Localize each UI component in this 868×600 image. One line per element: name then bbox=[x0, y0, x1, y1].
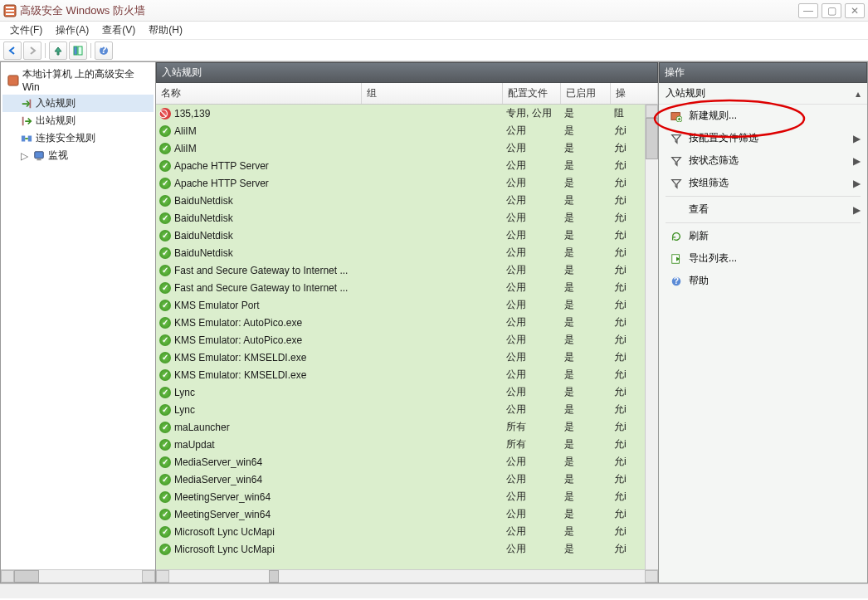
table-row[interactable]: ✓BaiduNetdisk公用是允i bbox=[156, 227, 658, 244]
menu-view[interactable]: 查看(V) bbox=[95, 22, 142, 39]
table-row[interactable]: ✓maUpdat所有是允i bbox=[156, 436, 658, 453]
statusbar bbox=[0, 583, 868, 598]
table-row[interactable]: ✓KMS Emulator Port公用是允i bbox=[156, 296, 658, 314]
table-row[interactable]: ✓KMS Emulator: KMSELDI.exe公用是允i bbox=[156, 366, 658, 383]
grid-hscroll[interactable] bbox=[156, 569, 658, 583]
maximize-button[interactable]: ▢ bbox=[822, 3, 841, 18]
tree-item-label: 出站规则 bbox=[36, 114, 76, 128]
action-filter-state[interactable]: 按状态筛选 ▶ bbox=[659, 149, 867, 172]
action-new-rule[interactable]: 新建规则... bbox=[659, 105, 867, 127]
svg-rect-11 bbox=[22, 135, 25, 141]
action-filter-profile[interactable]: 按配置文件筛选 ▶ bbox=[659, 127, 867, 149]
expander-icon[interactable]: ▷ bbox=[21, 150, 28, 162]
allow-icon: ✓ bbox=[159, 230, 171, 241]
rule-enabled: 是 bbox=[564, 263, 614, 277]
table-row[interactable]: ✓Lync公用是允i bbox=[156, 383, 658, 401]
table-row[interactable]: ✓Microsoft Lync UcMapi公用是允i bbox=[156, 540, 658, 558]
grid-body: ⃠135,139专用, 公用是阻✓AliIM公用是允i✓AliIM公用是允i✓A… bbox=[156, 105, 658, 569]
rule-enabled: 是 bbox=[564, 193, 614, 207]
rule-profile: 公用 bbox=[506, 280, 564, 295]
rule-enabled: 是 bbox=[564, 298, 614, 312]
action-help[interactable]: ? 帮助 bbox=[659, 270, 867, 292]
firewall-icon bbox=[3, 4, 17, 17]
forward-button[interactable] bbox=[23, 41, 41, 60]
rule-enabled: 是 bbox=[564, 402, 614, 417]
col-group[interactable]: 组 bbox=[362, 83, 503, 104]
rule-profile: 公用 bbox=[506, 368, 564, 382]
show-hide-button[interactable] bbox=[69, 41, 87, 60]
action-refresh[interactable]: 刷新 bbox=[659, 225, 867, 247]
menu-action[interactable]: 操作(A) bbox=[49, 22, 95, 39]
rule-profile: 公用 bbox=[506, 159, 564, 173]
table-row[interactable]: ✓KMS Emulator: AutoPico.exe公用是允i bbox=[156, 314, 658, 331]
col-profile[interactable]: 配置文件 bbox=[503, 83, 561, 104]
col-action[interactable]: 操 bbox=[611, 83, 658, 104]
table-row[interactable]: ✓MediaServer_win64公用是允i bbox=[156, 471, 658, 488]
tree-root[interactable]: 本地计算机 上的高级安全 Win bbox=[2, 66, 154, 95]
table-row[interactable]: ✓maLauncher所有是允i bbox=[156, 418, 658, 436]
allow-icon: ✓ bbox=[159, 300, 171, 311]
collapse-icon[interactable]: ▴ bbox=[856, 88, 861, 100]
menu-file[interactable]: 文件(F) bbox=[3, 22, 49, 39]
action-export[interactable]: 导出列表... bbox=[659, 247, 867, 270]
rule-profile: 公用 bbox=[506, 455, 564, 469]
table-row[interactable]: ✓AliIM公用是允i bbox=[156, 139, 658, 157]
table-row[interactable]: ✓Apache HTTP Server公用是允i bbox=[156, 157, 658, 174]
tree-item-monitor[interactable]: ▷ 监视 bbox=[2, 147, 154, 164]
table-row[interactable]: ✓BaiduNetdisk公用是允i bbox=[156, 244, 658, 261]
rule-name: MeetingServer_win64 bbox=[174, 491, 271, 503]
svg-rect-12 bbox=[28, 135, 32, 141]
table-row[interactable]: ✓MeetingServer_win64公用是允i bbox=[156, 505, 658, 523]
table-row[interactable]: ✓MediaServer_win64公用是允i bbox=[156, 453, 658, 471]
tree-hscroll[interactable] bbox=[1, 569, 155, 583]
col-enabled[interactable]: 已启用 bbox=[561, 83, 611, 104]
action-label: 查看 bbox=[689, 202, 709, 217]
minimize-button[interactable]: — bbox=[798, 3, 818, 18]
svg-rect-3 bbox=[6, 13, 14, 15]
action-label: 按组筛选 bbox=[689, 176, 729, 190]
table-row[interactable]: ✓Fast and Secure Gateway to Internet ...… bbox=[156, 261, 658, 279]
back-button[interactable] bbox=[3, 41, 22, 60]
action-view[interactable]: 查看 ▶ bbox=[659, 198, 867, 221]
filter-icon bbox=[671, 155, 682, 167]
rule-name: KMS Emulator: KMSELDI.exe bbox=[174, 352, 306, 363]
table-row[interactable]: ✓BaiduNetdisk公用是允i bbox=[156, 209, 658, 227]
rule-enabled: 是 bbox=[564, 211, 614, 225]
tree-item-inbound[interactable]: 入站规则 bbox=[2, 95, 154, 112]
up-button[interactable] bbox=[49, 41, 67, 60]
connsec-icon bbox=[21, 133, 32, 144]
col-name[interactable]: 名称 bbox=[156, 83, 362, 104]
rule-name: BaiduNetdisk bbox=[174, 212, 233, 224]
menu-help[interactable]: 帮助(H) bbox=[142, 22, 189, 39]
action-filter-group[interactable]: 按组筛选 ▶ bbox=[659, 172, 867, 194]
rule-name: AliIM bbox=[174, 125, 197, 137]
table-row[interactable]: ✓MeetingServer_win64公用是允i bbox=[156, 488, 658, 505]
allow-icon: ✓ bbox=[159, 334, 171, 346]
rule-name: BaiduNetdisk bbox=[174, 195, 233, 207]
tree-item-outbound[interactable]: 出站规则 bbox=[2, 112, 154, 129]
table-row[interactable]: ✓Lync公用是允i bbox=[156, 401, 658, 418]
table-row[interactable]: ✓AliIM公用是允i bbox=[156, 122, 658, 139]
grid-vscroll[interactable] bbox=[645, 105, 658, 569]
rule-profile: 公用 bbox=[506, 176, 564, 190]
tree-item-connsec[interactable]: 连接安全规则 bbox=[2, 129, 154, 147]
actions-title: 操作 bbox=[659, 62, 867, 83]
help-button[interactable]: ? bbox=[95, 41, 113, 60]
svg-rect-14 bbox=[37, 159, 41, 160]
rule-profile: 公用 bbox=[506, 315, 564, 329]
table-row[interactable]: ✓KMS Emulator: KMSELDI.exe公用是允i bbox=[156, 349, 658, 366]
table-row[interactable]: ✓KMS Emulator: AutoPico.exe公用是允i bbox=[156, 331, 658, 349]
rule-profile: 专用, 公用 bbox=[506, 106, 564, 120]
allow-icon: ✓ bbox=[159, 439, 171, 451]
rule-name: KMS Emulator Port bbox=[174, 300, 260, 311]
table-row[interactable]: ✓BaiduNetdisk公用是允i bbox=[156, 192, 658, 209]
table-row[interactable]: ✓Apache HTTP Server公用是允i bbox=[156, 174, 658, 192]
close-button[interactable]: ✕ bbox=[845, 3, 865, 18]
rule-enabled: 是 bbox=[564, 368, 614, 382]
table-row[interactable]: ✓Microsoft Lync UcMapi公用是允i bbox=[156, 523, 658, 540]
table-row[interactable]: ✓Fast and Secure Gateway to Internet ...… bbox=[156, 279, 658, 296]
allow-icon: ✓ bbox=[159, 265, 171, 276]
table-row[interactable]: ⃠135,139专用, 公用是阻 bbox=[156, 105, 658, 122]
svg-rect-10 bbox=[22, 116, 24, 125]
allow-icon: ✓ bbox=[159, 526, 171, 538]
